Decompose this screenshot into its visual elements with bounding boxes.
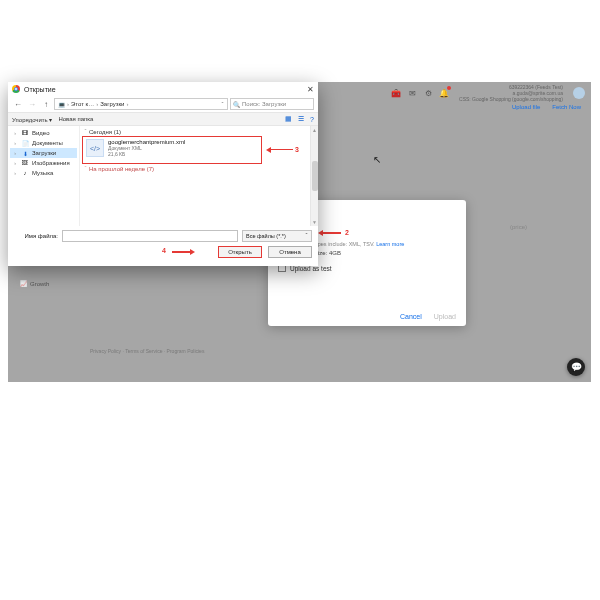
nav-forward-button[interactable]: →: [26, 98, 38, 110]
path-seg-2[interactable]: Загрузки: [100, 101, 124, 107]
tree-item-video[interactable]: ›🎞Видео: [10, 128, 77, 138]
avatar[interactable]: [573, 87, 585, 99]
footer-links: Privacy Policy · Terms of Service · Prog…: [90, 348, 204, 354]
learn-more-link[interactable]: Learn more: [376, 241, 404, 247]
dialog-title: Открытие: [24, 86, 56, 93]
tree-item-images[interactable]: ›🖼Изображения: [10, 158, 77, 168]
app-background: 🧰 ✉ ⚙ 🔔 639222364 (Feeds Test) a.guda@sp…: [8, 82, 591, 382]
clipped-text: (price): [510, 224, 527, 230]
upload-file-link[interactable]: Upload file: [512, 104, 540, 110]
tree-item-documents[interactable]: ›📄Документы: [10, 138, 77, 148]
annotation-number-2: 2: [345, 229, 349, 236]
breadcrumb[interactable]: 💻 › Этот к… › Загрузки › ˅: [54, 98, 228, 110]
close-button[interactable]: ✕: [307, 85, 314, 94]
terms-link[interactable]: Terms of Service: [125, 348, 162, 354]
annotation-ring-3: [82, 136, 262, 164]
dialog-titlebar: Открытие ✕: [8, 82, 318, 96]
scrollbar[interactable]: ▲▼: [310, 126, 318, 226]
dialog-cancel-button[interactable]: Отмена: [268, 246, 312, 258]
notifications-bell-icon[interactable]: 🔔: [439, 88, 449, 98]
privacy-link[interactable]: Privacy Policy: [90, 348, 121, 354]
sidebar-item-growth[interactable]: 📈 Growth: [20, 280, 49, 287]
path-bar: ← → ↑ 💻 › Этот к… › Загрузки › ˅ 🔍 Поиск…: [8, 96, 318, 112]
header-account-bar: 🧰 ✉ ⚙ 🔔 639222364 (Feeds Test) a.guda@sp…: [391, 84, 585, 102]
mail-icon[interactable]: ✉: [407, 88, 417, 98]
chevron-down-icon: ˅: [305, 233, 308, 239]
filename-input[interactable]: [62, 230, 238, 242]
tree-item-music[interactable]: ›♪Музыка: [10, 168, 77, 178]
header-actions: Upload file Fetch Now: [512, 104, 581, 110]
cursor-icon: ↖: [373, 154, 381, 165]
account-info: 639222364 (Feeds Test) a.guda@sprite.com…: [459, 84, 563, 102]
settings-gear-icon[interactable]: ⚙: [423, 88, 433, 98]
annotation-arrow-2: 2: [318, 229, 349, 236]
download-icon: ⬇: [21, 149, 29, 157]
path-seg-1[interactable]: Этот к…: [71, 101, 94, 107]
open-button[interactable]: Открыть: [218, 246, 262, 258]
group-last-week[interactable]: ˅На прошлой неделе (7): [84, 165, 306, 172]
account-program: CSS: Google Shopping (google.com/shoppin…: [459, 96, 563, 102]
toolbox-icon[interactable]: 🧰: [391, 88, 401, 98]
image-icon: 🖼: [21, 159, 29, 167]
upload-button[interactable]: Upload: [434, 313, 456, 320]
file-type-filter[interactable]: Все файлы (*.*)˅: [242, 230, 312, 242]
annotation-arrow-4: [172, 249, 195, 255]
dialog-toolbar: Упорядочить ▾ Новая папка ▦ ☰ ?: [8, 112, 318, 126]
annotation-number-4: 4: [162, 247, 166, 254]
annotation-number-3: 3: [295, 146, 299, 153]
view-list-button[interactable]: ☰: [298, 115, 304, 123]
chrome-icon: [12, 85, 20, 93]
folder-tree: ›🎞Видео ›📄Документы ›⬇Загрузки ›🖼Изображ…: [8, 126, 80, 226]
organize-menu[interactable]: Упорядочить ▾: [12, 116, 52, 123]
scrollbar-thumb[interactable]: [312, 161, 318, 191]
chat-icon: 💬: [571, 362, 582, 372]
file-open-dialog: Открытие ✕ ← → ↑ 💻 › Этот к… › Загрузки …: [8, 82, 318, 266]
document-icon: 📄: [21, 139, 29, 147]
pc-icon: 💻: [58, 101, 65, 108]
search-placeholder: Поиск: Загрузки: [242, 101, 286, 107]
path-dropdown-icon[interactable]: ˅: [221, 101, 224, 108]
nav-up-button[interactable]: ↑: [40, 98, 52, 110]
music-icon: ♪: [21, 169, 29, 177]
file-list: ˅Сегодня (1) </> googlemerchantpremium.x…: [80, 126, 310, 226]
help-button[interactable]: ?: [310, 116, 314, 123]
fetch-now-link[interactable]: Fetch Now: [552, 104, 581, 110]
program-link[interactable]: Program Policies: [167, 348, 205, 354]
annotation-arrow-3: 3: [266, 146, 299, 153]
new-folder-button[interactable]: Новая папка: [58, 116, 93, 122]
sidebar-item-label: Growth: [30, 281, 49, 287]
group-today[interactable]: ˅Сегодня (1): [84, 128, 306, 135]
view-icons-button[interactable]: ▦: [285, 115, 292, 123]
feedback-fab[interactable]: 💬: [567, 358, 585, 376]
video-icon: 🎞: [21, 129, 29, 137]
cancel-button[interactable]: Cancel: [400, 313, 422, 320]
search-icon: 🔍: [233, 101, 240, 108]
nav-back-button[interactable]: ←: [12, 98, 24, 110]
filename-label: Имя файла:: [14, 233, 58, 239]
growth-icon: 📈: [20, 280, 27, 287]
search-input[interactable]: 🔍 Поиск: Загрузки: [230, 98, 314, 110]
tree-item-downloads[interactable]: ›⬇Загрузки: [10, 148, 77, 158]
